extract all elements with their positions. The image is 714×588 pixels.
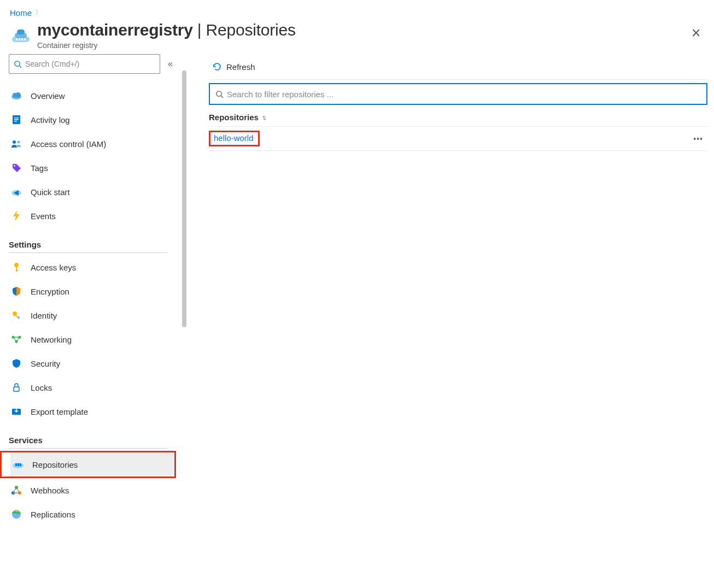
sidebar-search-placeholder: Search (Cmd+/) xyxy=(25,60,79,68)
svg-line-8 xyxy=(19,66,21,68)
sidebar-search[interactable]: Search (Cmd+/) xyxy=(9,54,160,74)
repo-filter-input[interactable] xyxy=(227,90,701,99)
svg-point-25 xyxy=(17,316,20,319)
svg-rect-22 xyxy=(16,270,18,271)
svg-rect-39 xyxy=(15,510,17,511)
sidebar-item-label: Webhooks xyxy=(31,486,69,495)
sidebar-item-networking[interactable]: Networking xyxy=(9,327,180,351)
repo-link-hello-world[interactable]: hello-world xyxy=(214,133,254,143)
page-subtitle: Container registry xyxy=(37,41,688,50)
sidebar-scrollbar[interactable] xyxy=(180,54,188,526)
svg-rect-14 xyxy=(14,119,19,120)
svg-point-17 xyxy=(17,141,20,144)
svg-point-20 xyxy=(14,263,19,267)
sidebar-item-identity[interactable]: Identity xyxy=(9,303,180,327)
svg-point-11 xyxy=(15,92,21,98)
sidebar-item-label: Quick start xyxy=(31,187,70,197)
sidebar-item-events[interactable]: Events xyxy=(9,204,180,228)
key-icon xyxy=(10,261,23,274)
sidebar-item-label: Access keys xyxy=(31,263,76,272)
sidebar-item-quick-start[interactable]: Quick start xyxy=(9,180,180,204)
svg-rect-29 xyxy=(14,387,19,391)
svg-rect-13 xyxy=(14,117,19,119)
refresh-label: Refresh xyxy=(226,62,255,72)
sidebar-item-label: Networking xyxy=(31,335,72,344)
svg-rect-2 xyxy=(17,30,25,34)
svg-point-18 xyxy=(14,165,15,167)
svg-rect-5 xyxy=(21,38,23,40)
globe-icon xyxy=(10,508,23,521)
repo-column-header[interactable]: Repositories ↑↓ xyxy=(209,110,707,124)
container-registry-icon xyxy=(10,25,32,47)
shield-icon xyxy=(10,285,23,298)
breadcrumb: Home 〉 xyxy=(0,0,714,21)
svg-line-41 xyxy=(221,96,223,98)
svg-rect-6 xyxy=(24,38,26,40)
webhook-icon xyxy=(10,484,23,497)
sidebar-item-security[interactable]: Security xyxy=(9,351,180,375)
bolt-icon xyxy=(10,209,23,222)
key2-icon xyxy=(10,309,23,322)
sidebar-item-overview[interactable]: Overview xyxy=(9,84,180,108)
sidebar-section-services: Services xyxy=(9,436,167,449)
sidebar-item-replications[interactable]: Replications xyxy=(9,502,180,526)
sidebar-item-label: Export template xyxy=(31,407,88,416)
chevron-right-icon: 〉 xyxy=(35,8,42,17)
collapse-sidebar-button[interactable]: « xyxy=(166,57,175,71)
sidebar-item-access-keys[interactable]: Access keys xyxy=(9,255,180,279)
search-icon xyxy=(14,60,22,68)
search-icon xyxy=(215,90,224,98)
sidebar-item-encryption[interactable]: Encryption xyxy=(9,279,180,303)
lock-icon xyxy=(10,381,23,394)
svg-rect-33 xyxy=(17,463,19,466)
tag-icon xyxy=(10,161,23,174)
svg-rect-32 xyxy=(15,463,17,466)
svg-rect-3 xyxy=(16,38,17,40)
svg-point-23 xyxy=(13,311,17,316)
row-context-menu[interactable]: ••• xyxy=(691,132,705,145)
sidebar-section-settings: Settings xyxy=(9,240,167,253)
sidebar-item-label: Activity log xyxy=(31,115,70,125)
svg-rect-15 xyxy=(14,121,17,122)
refresh-button[interactable]: Refresh xyxy=(209,60,259,74)
sidebar-item-export-template[interactable]: Export template xyxy=(9,399,180,424)
sidebar-item-locks[interactable]: Locks xyxy=(9,375,180,399)
sidebar-item-label: Events xyxy=(31,211,56,221)
cloud-icon xyxy=(10,89,23,102)
sidebar-item-label: Replications xyxy=(31,510,75,519)
sidebar-item-label: Encryption xyxy=(31,287,69,296)
page-title: mycontainerregistry | Repositories xyxy=(37,21,688,39)
svg-point-7 xyxy=(15,61,20,66)
export-icon xyxy=(10,405,23,418)
sort-icon: ↑↓ xyxy=(262,113,265,121)
sidebar-item-webhooks[interactable]: Webhooks xyxy=(9,478,180,502)
toolbar: Refresh xyxy=(209,54,707,79)
sidebar-item-label: Access control (IAM) xyxy=(31,139,106,149)
shield2-icon xyxy=(10,357,23,370)
refresh-icon xyxy=(212,62,222,72)
svg-rect-4 xyxy=(19,38,20,40)
main-panel: Refresh Repositories ↑↓ hello-world ••• xyxy=(188,54,714,526)
page-header: mycontainerregistry | Repositories Conta… xyxy=(0,21,714,54)
sidebar-item-label: Locks xyxy=(31,383,52,392)
sidebar: Search (Cmd+/) « Overview Activity log xyxy=(0,54,180,526)
sidebar-item-tags[interactable]: Tags xyxy=(9,156,180,180)
log-icon xyxy=(10,113,23,126)
close-button[interactable]: ✕ xyxy=(688,21,704,46)
sidebar-item-label: Overview xyxy=(31,91,65,101)
svg-rect-34 xyxy=(20,463,21,466)
repo-row: hello-world ••• xyxy=(209,127,707,151)
repo-icon xyxy=(11,458,25,471)
sidebar-item-activity-log[interactable]: Activity log xyxy=(9,108,180,132)
sidebar-item-repositories[interactable]: Repositories xyxy=(10,452,174,477)
sidebar-item-label: Tags xyxy=(31,163,48,173)
sidebar-item-label: Identity xyxy=(31,311,57,320)
repo-filter[interactable] xyxy=(209,83,707,105)
breadcrumb-home[interactable]: Home xyxy=(10,8,32,17)
sidebar-item-iam[interactable]: Access control (IAM) xyxy=(9,132,180,156)
rocket-icon xyxy=(10,185,23,198)
svg-point-40 xyxy=(216,91,221,96)
people-icon xyxy=(10,137,23,150)
sidebar-item-label: Repositories xyxy=(32,460,78,469)
sidebar-item-label: Security xyxy=(31,359,60,368)
